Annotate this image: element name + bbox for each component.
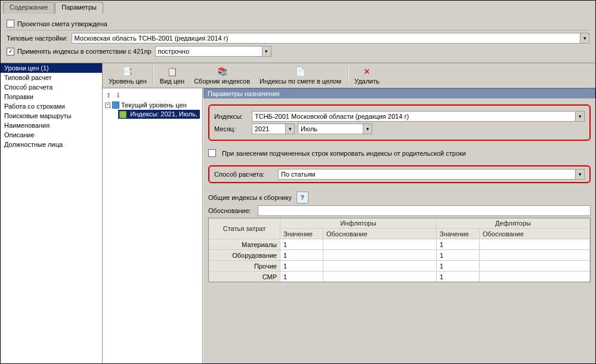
- basis-label: Обоснование:: [208, 207, 255, 214]
- separator: [347, 67, 348, 84]
- indexes-label: Индексы:: [214, 113, 249, 120]
- toolbar-estimate-label: Индексы по смете в целом: [260, 78, 341, 85]
- price-view-icon: 📋: [166, 66, 177, 77]
- tree-root[interactable]: − Текущий уровень цен: [103, 101, 202, 109]
- tree-child-selected[interactable]: Индексы: 2021, Июль,: [118, 110, 200, 119]
- apply-indexes-label: Применять индексы в соответствии с 421пр: [17, 48, 152, 55]
- year-combo[interactable]: 2021: [252, 124, 295, 134]
- left-panel: Уровни цен (1) Типовой расчет Способ рас…: [1, 63, 103, 363]
- cell[interactable]: [480, 272, 590, 282]
- toolbar-price-view-button[interactable]: 📋 Вид цен: [155, 64, 189, 87]
- cell[interactable]: 1: [280, 261, 323, 271]
- indexes-group-highlight: Индексы: ТСНБ-2001 Московской области (р…: [208, 104, 591, 141]
- table-row[interactable]: Прочие 1 1: [209, 261, 590, 272]
- row-name: Материалы: [209, 239, 280, 249]
- copy-children-checkbox[interactable]: [208, 149, 216, 157]
- tree-pane: ⬆ ⬇ − Текущий уровень цен Индексы: 2021,…: [103, 88, 203, 363]
- tab-parameters[interactable]: Параметры: [55, 2, 103, 14]
- sidebar-item-adjustments[interactable]: Поправки: [1, 92, 102, 101]
- table-row[interactable]: Оборудование 1 1: [209, 250, 590, 261]
- col-inflators-header: Инфляторы: [280, 218, 437, 229]
- right-area: 📑 Уровень цен 📋 Вид цен 📚 Сборник индекс…: [103, 63, 595, 363]
- year-value: 2021: [252, 125, 285, 132]
- col-deflators-header: Дефляторы: [437, 218, 590, 229]
- sidebar-item-names[interactable]: Наименования: [1, 121, 102, 130]
- cell[interactable]: [323, 261, 437, 271]
- toolbar-collection-label: Сборник индексов: [194, 78, 250, 85]
- price-level-icon: 📑: [122, 66, 133, 77]
- tree-child-label: Индексы: 2021, Июль,: [130, 110, 197, 118]
- calc-method-combo[interactable]: По статьям: [278, 169, 585, 180]
- indexes-combo[interactable]: ТСНБ-2001 Московской области (редакция 2…: [252, 111, 585, 122]
- month-label: Месяц:: [214, 125, 249, 132]
- chevron-down-icon[interactable]: [285, 124, 294, 134]
- cell[interactable]: 1: [437, 261, 480, 271]
- indexes-value: ТСНБ-2001 Московской области (редакция 2…: [252, 113, 575, 120]
- toolbar-price-level-button[interactable]: 📑 Уровень цен: [104, 64, 152, 87]
- collapse-icon[interactable]: −: [105, 103, 110, 108]
- typical-settings-label: Типовые настройки:: [7, 35, 68, 42]
- top-section: Проектная смета утверждена Типовые настр…: [1, 14, 595, 63]
- basis-input[interactable]: [258, 205, 591, 216]
- cell[interactable]: [480, 239, 590, 249]
- window: Содержание Параметры Проектная смета утв…: [0, 0, 596, 364]
- toolbar-index-collection-button[interactable]: 📚 Сборник индексов: [189, 64, 255, 87]
- chevron-down-icon[interactable]: [262, 47, 271, 56]
- arrow-down-icon[interactable]: ⬇: [115, 91, 121, 100]
- cell[interactable]: 1: [280, 250, 323, 260]
- chevron-down-icon[interactable]: [575, 112, 584, 121]
- cell[interactable]: [480, 250, 590, 260]
- calc-method-value: По статьям: [279, 171, 575, 178]
- cell[interactable]: 1: [437, 272, 480, 282]
- approved-checkbox[interactable]: [7, 20, 14, 27]
- estimate-icon: 📄: [295, 66, 305, 77]
- sidebar-item-row-ops[interactable]: Работа со строками: [1, 101, 102, 111]
- detail-pane: Параметры назначения Индексы: ТСНБ-2001 …: [203, 88, 595, 363]
- detail-header: Параметры назначения: [203, 88, 595, 98]
- cell[interactable]: 1: [437, 250, 480, 260]
- grid: Статья затрат Инфляторы Значение Обоснов…: [208, 218, 591, 282]
- main-tabs: Содержание Параметры: [1, 1, 595, 14]
- toolbar-estimate-indexes-button[interactable]: 📄 Индексы по смете в целом: [255, 64, 346, 87]
- calc-method-label: Способ расчета:: [214, 171, 275, 178]
- sidebar-item-search-paths[interactable]: Поисковые маршруты: [1, 111, 102, 121]
- tree-root-icon: [112, 101, 119, 109]
- cell[interactable]: [480, 261, 590, 271]
- main-area: Уровни цен (1) Типовой расчет Способ рас…: [1, 63, 595, 363]
- apply-indexes-checkbox[interactable]: [7, 48, 14, 55]
- help-button[interactable]: ?: [297, 192, 308, 203]
- apply-mode-combo[interactable]: построчно: [155, 46, 271, 57]
- cell[interactable]: 1: [280, 272, 323, 282]
- sidebar-item-calc-method[interactable]: Способ расчета: [1, 82, 102, 92]
- toolbar-view-label: Вид цен: [160, 78, 184, 85]
- typical-settings-value: Московская область ТСНБ-2001 (редакция 2…: [72, 35, 580, 42]
- sidebar-item-price-levels[interactable]: Уровни цен (1): [1, 63, 102, 73]
- split-area: ⬆ ⬇ − Текущий уровень цен Индексы: 2021,…: [103, 88, 595, 363]
- table-row[interactable]: СМР 1 1: [209, 272, 590, 282]
- approved-label: Проектная смета утверждена: [17, 20, 107, 27]
- month-value: Июль: [298, 125, 363, 132]
- sidebar-item-description[interactable]: Описание: [1, 130, 102, 140]
- delete-icon: ✕: [362, 66, 372, 77]
- cell[interactable]: 1: [437, 239, 480, 249]
- table-row[interactable]: Материалы 1 1: [209, 239, 590, 250]
- month-combo[interactable]: Июль: [298, 124, 372, 134]
- separator: [153, 67, 154, 84]
- tree-child-icon: [119, 111, 126, 118]
- toolbar: 📑 Уровень цен 📋 Вид цен 📚 Сборник индекс…: [103, 63, 595, 88]
- chevron-down-icon[interactable]: [363, 124, 372, 134]
- tab-content[interactable]: Содержание: [3, 2, 54, 14]
- chevron-down-icon[interactable]: [575, 169, 584, 179]
- typical-settings-combo[interactable]: Московская область ТСНБ-2001 (редакция 2…: [72, 33, 589, 44]
- arrow-up-icon[interactable]: ⬆: [106, 91, 112, 100]
- sidebar-item-officials[interactable]: Должностные лица: [1, 140, 102, 149]
- chevron-down-icon[interactable]: [580, 33, 589, 43]
- toolbar-delete-button[interactable]: ✕ Удалить: [350, 64, 384, 87]
- cell[interactable]: [323, 250, 437, 260]
- tree-root-label: Текущий уровень цен: [121, 101, 187, 109]
- cell[interactable]: 1: [280, 239, 323, 249]
- sidebar-item-typical-calc[interactable]: Типовой расчет: [1, 73, 102, 82]
- cell[interactable]: [323, 272, 437, 282]
- col-defl-basis-header: Обоснование: [480, 229, 590, 239]
- cell[interactable]: [323, 239, 437, 249]
